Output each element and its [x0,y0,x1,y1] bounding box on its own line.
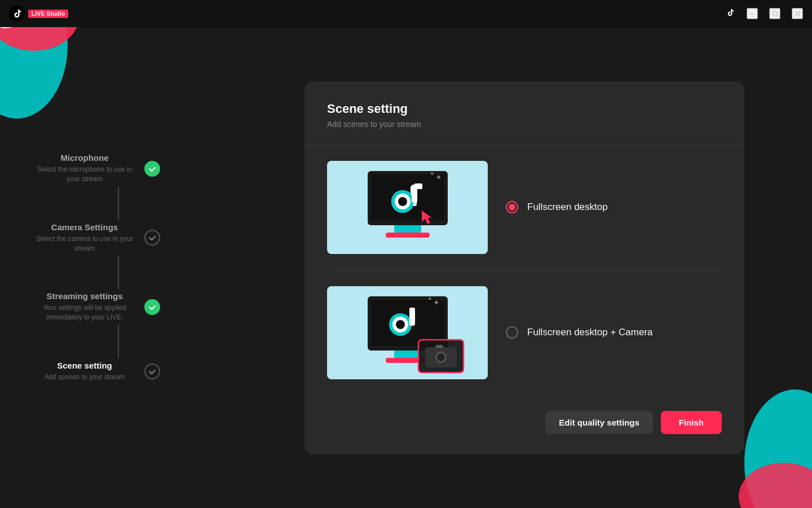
radio-fullscreen-inner [509,204,515,211]
content-panel: Scene setting Add scenes to your stream [237,27,812,508]
finish-button[interactable]: Finish [661,411,722,434]
step-microphone-title: Microphone [34,153,135,163]
svg-point-36 [437,353,445,361]
minimize-button[interactable]: – [747,8,758,19]
titlebar: LIVE Studio – ⧉ ✕ [0,0,812,27]
step-streaming-row: Streaming settings Your settings will be… [34,291,203,322]
scene-card: Scene setting Add scenes to your stream [304,81,744,454]
radio-fullscreen[interactable] [506,201,518,213]
step-microphone-desc: Select the microphone to use in your str… [34,165,135,184]
card-footer: Edit quality settings Finish [327,395,722,434]
step-camera-desc: Select the camera to use in your stream [34,234,135,253]
main-layout: Microphone Select the microphone to use … [0,27,812,508]
step-connector-3 [118,325,119,358]
scene-thumbnail-fullscreen: ✦ ✦ [327,161,488,254]
sidebar: Microphone Select the microphone to use … [0,27,237,508]
step-streaming-title: Streaming settings [34,291,135,301]
step-scene-desc: Add scenes to your stream [34,373,135,382]
titlebar-right: – ⧉ ✕ [723,7,803,20]
restore-button[interactable]: ⧉ [769,8,780,19]
step-camera-check [144,230,160,246]
step-streaming: Streaming settings Your settings will be… [34,291,203,322]
tiktok-logo-icon [9,6,25,21]
step-microphone-check [144,161,160,177]
svg-rect-37 [435,345,443,348]
scene-option-fullscreen-info: Fullscreen desktop [506,201,722,213]
scene-option-fullscreen-label: Fullscreen desktop [527,202,608,213]
close-button[interactable]: ✕ [792,8,803,19]
scene-card-subtitle: Add scenes to your stream [327,120,722,129]
step-scene-row: Scene setting Add scenes to your stream [34,361,203,382]
svg-text:✦: ✦ [430,170,434,177]
live-studio-badge: LIVE Studio [28,10,68,18]
scene-option-fullscreen[interactable]: ✦ ✦ Full [327,145,722,270]
step-scene-check [144,364,160,379]
step-streaming-desc: Your settings will be applied immediatel… [34,303,135,322]
edit-quality-button[interactable]: Edit quality settings [545,411,653,434]
svg-rect-15 [412,185,417,203]
step-camera-title: Camera Settings [34,222,135,232]
svg-text:✦: ✦ [435,173,442,182]
radio-fullscreen-camera[interactable] [506,326,518,339]
step-scene-title: Scene setting [34,361,135,370]
tiktok-logo: LIVE Studio [9,6,68,21]
step-camera: Camera Settings Select the camera to use… [34,222,203,253]
scene-card-title: Scene setting [327,102,722,116]
step-camera-row: Camera Settings Select the camera to use… [34,222,203,253]
svg-rect-20 [386,233,430,238]
svg-text:✦: ✦ [427,296,432,302]
step-streaming-check [144,299,160,315]
step-microphone: Microphone Select the microphone to use … [34,153,203,184]
scene-option-fullscreen-camera-info: Fullscreen desktop + Camera [506,326,722,339]
step-connector-1 [118,186,119,220]
step-connector-2 [118,255,119,289]
scene-option-fullscreen-camera[interactable]: ✦ ✦ [327,270,722,395]
fullscreen-camera-illustration: ✦ ✦ [327,286,488,379]
scene-option-fullscreen-camera-label: Fullscreen desktop + Camera [527,327,653,338]
svg-text:✦: ✦ [433,298,440,307]
fullscreen-illustration: ✦ ✦ [327,161,488,254]
step-scene: Scene setting Add scenes to your stream [34,361,203,382]
scene-thumbnail-fullscreen-camera: ✦ ✦ [327,286,488,379]
svg-rect-19 [394,225,421,233]
step-microphone-row: Microphone Select the microphone to use … [34,153,203,184]
svg-point-26 [396,320,405,329]
scene-options: ✦ ✦ Full [327,145,722,395]
svg-rect-30 [394,351,421,358]
svg-rect-27 [409,308,415,326]
titlebar-left: LIVE Studio [9,6,68,21]
tiktok-icon [723,7,735,20]
svg-point-14 [398,197,407,206]
